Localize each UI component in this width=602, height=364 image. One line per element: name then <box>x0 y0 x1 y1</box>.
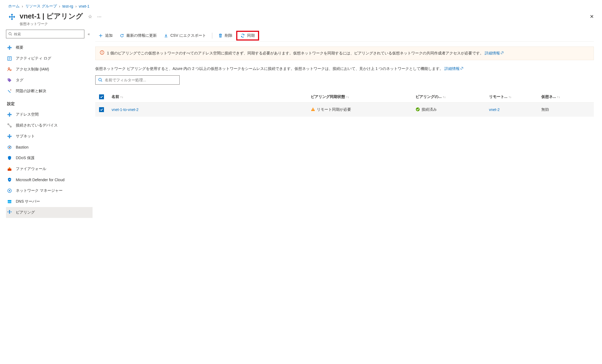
breadcrumb-home[interactable]: ホーム <box>8 4 20 9</box>
sidebar-item-label: ネットワーク マネージャー <box>16 188 63 193</box>
main-content: 追加 最新の情報に更新 CSV にエクスポート 削除 同期 <box>93 30 602 223</box>
devices-icon <box>7 123 12 128</box>
collapse-sidebar-icon[interactable]: « <box>88 32 90 36</box>
col-header-name[interactable]: 名前↑↓ <box>112 94 311 99</box>
warning-icon <box>311 107 315 112</box>
peering-table: 名前↑↓ ピアリング同期状態↑↓ ピアリングの...↑↓ リモート...↑↓ 仮… <box>95 91 594 117</box>
svg-point-6 <box>8 68 10 69</box>
add-label: 追加 <box>105 33 113 38</box>
description: 仮想ネットワーク ピアリングを使用すると、Azure 内の 2 つ以上の仮想ネッ… <box>95 65 594 72</box>
log-icon <box>7 56 12 61</box>
chevron-right-icon: › <box>59 4 60 8</box>
svg-point-25 <box>313 110 313 111</box>
col-header-vnet[interactable]: 仮想ネ...↑↓ <box>541 94 594 99</box>
vnet-icon <box>8 13 16 21</box>
table-row[interactable]: vnet-1-to-vnet-2 リモート同期が必要 接続済み vnet-2 無… <box>95 103 594 117</box>
shield-icon <box>7 156 12 161</box>
svg-point-22 <box>99 78 102 81</box>
sort-icon: ↑↓ <box>346 95 349 98</box>
sync-status: リモート同期が必要 <box>311 107 416 112</box>
page-title: vnet-1 | ピアリング <box>20 11 83 21</box>
close-button[interactable]: ✕ <box>590 14 594 20</box>
sidebar-item-label: サブネット <box>16 134 35 139</box>
col-header-sync[interactable]: ピアリング同期状態↑↓ <box>311 94 416 99</box>
toolbar-divider <box>212 33 212 39</box>
info-banner: 1 個のピアリングでこの仮想ネットワークのすべてのアドレス空間に接続できず、同期… <box>95 47 594 60</box>
sync-button[interactable]: 同期 <box>236 31 259 41</box>
desc-link[interactable]: 詳細情報 <box>444 66 463 71</box>
vnet-status: 無効 <box>541 107 549 112</box>
search-icon <box>98 78 103 82</box>
sidebar: « 概要 アクティビティ ログ アクセス制御 (IAM) タグ 問題の診断と解決… <box>0 30 93 223</box>
export-label: CSV にエクスポート <box>170 33 206 38</box>
remote-vnet-link[interactable]: vnet-2 <box>489 107 500 112</box>
svg-point-9 <box>8 124 9 125</box>
sidebar-item-peering[interactable]: ピアリング <box>6 207 93 218</box>
toolbar: 追加 最新の情報に更新 CSV にエクスポート 削除 同期 <box>95 30 594 42</box>
more-button[interactable]: ⋯ <box>97 14 102 19</box>
sidebar-item-ddos[interactable]: DDoS 保護 <box>6 153 93 164</box>
external-link-icon <box>500 50 504 53</box>
col-header-peer[interactable]: ピアリングの...↑↓ <box>416 94 489 99</box>
iam-icon <box>7 67 12 72</box>
row-checkbox[interactable] <box>99 107 104 112</box>
sidebar-item-label: 接続されているデバイス <box>16 123 58 128</box>
sidebar-item-overview[interactable]: 概要 <box>6 42 93 53</box>
subnet-icon <box>7 134 12 139</box>
chevron-right-icon: › <box>75 4 77 8</box>
refresh-button[interactable]: 最新の情報に更新 <box>116 31 160 41</box>
sidebar-item-tags[interactable]: タグ <box>6 75 93 86</box>
vnet-icon <box>7 45 12 50</box>
table-header: 名前↑↓ ピアリング同期状態↑↓ ピアリングの...↑↓ リモート...↑↓ 仮… <box>95 91 594 103</box>
sort-icon: ↑↓ <box>443 95 446 98</box>
download-icon <box>164 33 168 38</box>
svg-point-14 <box>9 190 10 192</box>
breadcrumb-rg-group[interactable]: リソース グループ <box>25 4 57 9</box>
banner-text: 1 個のピアリングでこの仮想ネットワークのすべてのアドレス空間に接続できず、同期… <box>107 51 484 55</box>
sidebar-item-address-space[interactable]: アドレス空間 <box>6 109 93 120</box>
sidebar-search[interactable] <box>6 30 84 38</box>
sidebar-item-iam[interactable]: アクセス制御 (IAM) <box>6 64 93 75</box>
success-icon <box>416 107 420 112</box>
trash-icon <box>218 33 223 38</box>
sidebar-item-bastion[interactable]: Bastion <box>6 142 93 153</box>
filter-input-wrapper[interactable] <box>95 75 180 85</box>
svg-line-1 <box>11 35 12 35</box>
add-button[interactable]: 追加 <box>95 31 116 41</box>
peering-name-link[interactable]: vnet-1-to-vnet-2 <box>112 107 139 112</box>
sidebar-item-label: アドレス空間 <box>16 112 39 117</box>
svg-point-10 <box>10 126 11 127</box>
peer-status: 接続済み <box>416 107 489 112</box>
sidebar-item-defender[interactable]: Microsoft Defender for Cloud <box>6 174 93 185</box>
export-button[interactable]: CSV にエクスポート <box>161 31 209 41</box>
sidebar-item-diagnose[interactable]: 問題の診断と解決 <box>6 86 93 97</box>
filter-input[interactable] <box>105 78 177 82</box>
refresh-label: 最新の情報に更新 <box>126 33 157 38</box>
chevron-right-icon: › <box>22 4 23 8</box>
sidebar-item-label: Microsoft Defender for Cloud <box>16 178 64 182</box>
sidebar-item-dns[interactable]: www DNS サーバー <box>6 196 93 207</box>
breadcrumb-rg[interactable]: test-rg <box>62 4 73 8</box>
sidebar-item-subnets[interactable]: サブネット <box>6 131 93 142</box>
desc-text: 仮想ネットワーク ピアリングを使用すると、Azure 内の 2 つ以上の仮想ネッ… <box>95 66 443 71</box>
col-header-remote[interactable]: リモート...↑↓ <box>489 94 542 99</box>
breadcrumb: ホーム › リソース グループ › test-rg › vnet-1 <box>0 0 602 11</box>
sidebar-item-label: 問題の診断と解決 <box>16 89 46 94</box>
svg-point-26 <box>416 107 420 111</box>
sidebar-item-connected-devices[interactable]: 接続されているデバイス <box>6 120 93 131</box>
select-all-checkbox[interactable] <box>99 94 104 99</box>
sidebar-item-label: DNS サーバー <box>16 199 40 204</box>
sidebar-search-input[interactable] <box>14 32 82 36</box>
svg-point-0 <box>9 32 11 35</box>
resource-type: 仮想ネットワーク <box>20 21 83 26</box>
svg-point-7 <box>10 69 11 71</box>
sidebar-item-activity-log[interactable]: アクティビティ ログ <box>6 53 93 64</box>
banner-link[interactable]: 詳細情報 <box>485 51 504 55</box>
refresh-icon <box>120 33 124 38</box>
favorite-button[interactable]: ☆ <box>88 14 92 20</box>
breadcrumb-vnet[interactable]: vnet-1 <box>79 4 90 8</box>
sidebar-item-label: アクセス制御 (IAM) <box>16 67 49 72</box>
sidebar-item-network-manager[interactable]: ネットワーク マネージャー <box>6 185 93 196</box>
sidebar-item-firewall[interactable]: ファイアウォール <box>6 164 93 174</box>
delete-button[interactable]: 削除 <box>215 31 236 41</box>
